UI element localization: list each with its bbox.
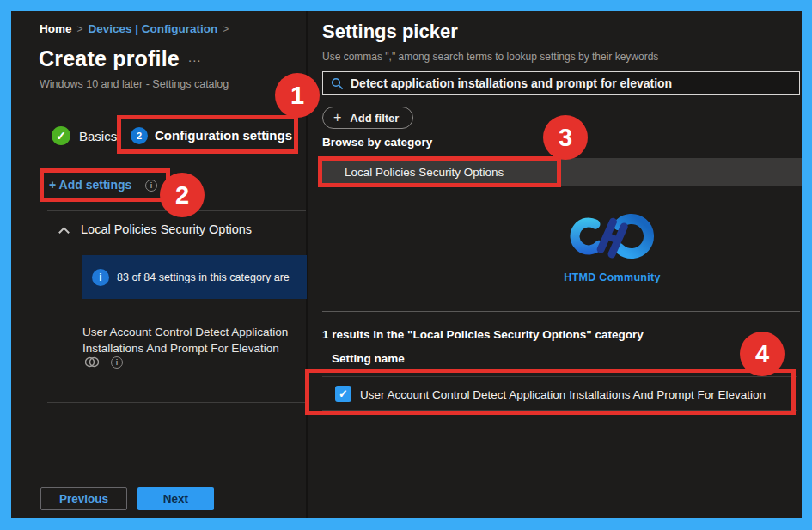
settings-search-box[interactable]	[322, 71, 800, 95]
annotation-box-1	[117, 115, 298, 154]
divider	[322, 311, 800, 312]
search-input[interactable]	[351, 76, 780, 90]
annotation-step-2: 2	[160, 173, 205, 217]
setting-name-column-header: Setting name	[332, 352, 405, 365]
settings-picker-subtitle: Use commas "," among search terms to loo…	[322, 51, 658, 63]
htmd-logo-icon	[563, 213, 662, 266]
add-filter-label: Add filter	[350, 112, 399, 125]
previous-button[interactable]: Previous	[40, 487, 127, 510]
browse-by-category-label: Browse by category	[322, 136, 432, 149]
page-subtitle: Windows 10 and later - Settings catalog	[40, 78, 229, 90]
plus-icon: +	[333, 111, 341, 125]
page-title: Create profile	[39, 46, 180, 71]
htmd-community-logo: HTMD Community	[559, 213, 666, 283]
annotation-step-1: 1	[275, 73, 320, 118]
add-filter-button[interactable]: + Add filter	[322, 107, 413, 129]
info-icon[interactable]: i	[111, 356, 123, 369]
htmd-logo-caption: HTMD Community	[559, 271, 666, 283]
next-button[interactable]: Next	[137, 487, 214, 510]
breadcrumb-separator: >	[223, 23, 229, 35]
annotation-box-2	[40, 168, 170, 202]
breadcrumb-separator: >	[77, 23, 83, 35]
basics-complete-check-icon: ✓	[52, 126, 70, 145]
annotation-step-4: 4	[740, 332, 785, 376]
annotation-box-4	[305, 369, 796, 415]
scope-overlap-icon[interactable]	[84, 356, 101, 369]
info-banner-text: 83 of 84 settings in this category are	[117, 271, 290, 283]
breadcrumb: Home>Devices | Configuration>	[40, 22, 234, 35]
annotation-step-3: 3	[543, 115, 588, 160]
breadcrumb-devices-link[interactable]: Devices | Configuration	[89, 22, 218, 35]
category-section-title: Local Policies Security Options	[81, 222, 252, 236]
info-banner: i 83 of 84 settings in this category are	[82, 255, 307, 299]
settings-picker-title: Settings picker	[322, 21, 458, 43]
search-icon	[331, 77, 344, 90]
screenshot-frame: Home>Devices | Configuration> Create pro…	[0, 0, 812, 530]
results-count-text: 1 results in the "Local Policies Securit…	[322, 328, 644, 341]
annotation-box-3	[318, 156, 561, 187]
breadcrumb-home-link[interactable]: Home	[40, 22, 72, 35]
tab-basics[interactable]: Basics	[79, 129, 117, 143]
selected-setting-name: User Account Control Detect Application …	[82, 324, 314, 356]
more-menu-icon[interactable]: ...	[188, 50, 202, 64]
info-icon: i	[92, 269, 109, 286]
divider	[47, 402, 306, 403]
setting-meta-icons: i	[84, 356, 123, 369]
